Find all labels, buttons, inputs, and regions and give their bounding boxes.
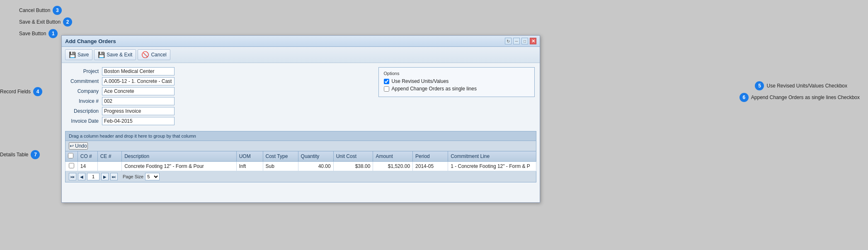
annotation-use-revised: 5 Use Revised Units/Values Checkbox bbox=[755, 81, 847, 90]
invoice-date-label: Invoice Date bbox=[67, 118, 102, 124]
dialog-titlebar: Add Change Orders ↻ ─ □ ✕ bbox=[62, 36, 540, 47]
row-quantity: 40.00 bbox=[298, 162, 333, 171]
company-label: Company bbox=[67, 88, 102, 94]
col-header-description[interactable]: Description bbox=[122, 151, 237, 162]
dialog-controls: ↻ ─ □ ✕ bbox=[505, 38, 536, 44]
row-description: Concrete Footing 12" - Form & Pour bbox=[122, 162, 237, 171]
col-header-ce[interactable]: CE # bbox=[97, 151, 122, 162]
company-input[interactable] bbox=[102, 87, 175, 95]
row-cost-type: Sub bbox=[263, 162, 298, 171]
append-row: Append Change Orders as single lines bbox=[384, 86, 530, 92]
dialog-content: Project Commitment Company Invoice # Des… bbox=[62, 63, 540, 131]
close-button[interactable]: ✕ bbox=[530, 38, 536, 44]
page-size-label: Page Size bbox=[123, 174, 143, 179]
annotation-save: Save Button 1 bbox=[19, 29, 58, 38]
row-checkbox[interactable] bbox=[69, 163, 74, 168]
invoice-label: Invoice # bbox=[67, 98, 102, 104]
cancel-button[interactable]: 🚫 Cancel bbox=[138, 49, 170, 60]
next-page-button[interactable]: ▶ bbox=[101, 173, 109, 180]
prev-page-button[interactable]: ◀ bbox=[78, 173, 85, 180]
project-label: Project bbox=[67, 68, 102, 74]
cancel-icon: 🚫 bbox=[141, 51, 149, 58]
row-uom: Inft bbox=[236, 162, 263, 171]
col-header-cost-type[interactable]: Cost Type bbox=[263, 151, 298, 162]
outer-wrapper: Cancel Button 3 Save & Exit Button 2 Sav… bbox=[0, 0, 868, 250]
annotation-append-badge: 6 bbox=[739, 93, 749, 102]
annotation-details-label: Details Table bbox=[0, 152, 28, 158]
row-period: 2014-05 bbox=[413, 162, 448, 171]
append-checkbox[interactable] bbox=[384, 86, 389, 92]
col-header-commitment-line[interactable]: Commitment Line bbox=[448, 151, 536, 162]
dialog-title: Add Change Orders bbox=[65, 38, 116, 44]
append-option-label: Append Change Orders as single lines bbox=[392, 86, 477, 92]
last-page-button[interactable]: ⏭ bbox=[110, 173, 118, 180]
col-header-period[interactable]: Period bbox=[413, 151, 448, 162]
undo-button[interactable]: ↩ Undo bbox=[69, 142, 88, 150]
undo-bar: ↩ Undo bbox=[65, 141, 536, 151]
row-commitment-line: 1 - Concrete Footing 12" - Form & P bbox=[448, 162, 536, 171]
pagination: ⏮ ◀ ▶ ⏭ Page Size 5 10 20 50 bbox=[65, 171, 536, 182]
company-row: Company bbox=[67, 87, 175, 95]
project-input[interactable] bbox=[102, 67, 175, 75]
minimize-button[interactable]: ─ bbox=[513, 38, 520, 44]
data-table: CO # CE # Description UOM Cost Type Quan… bbox=[65, 151, 536, 171]
options-section: Options Use Revised Units/Values Append … bbox=[378, 67, 535, 97]
invoice-date-input[interactable] bbox=[102, 117, 175, 125]
col-header-uom[interactable]: UOM bbox=[236, 151, 263, 162]
current-page-input[interactable] bbox=[87, 173, 99, 180]
annotation-record-label: Record Fields bbox=[0, 89, 31, 95]
table-row: 14 Concrete Footing 12" - Form & Pour In… bbox=[65, 162, 536, 171]
save-button-label: Save bbox=[78, 52, 89, 58]
description-label: Description bbox=[67, 108, 102, 114]
annotation-use-revised-badge: 5 bbox=[755, 81, 764, 90]
row-ce bbox=[97, 162, 122, 171]
options-title: Options bbox=[384, 71, 530, 76]
description-input[interactable] bbox=[102, 107, 175, 115]
invoice-row: Invoice # bbox=[67, 97, 175, 105]
form-section: Project Commitment Company Invoice # Des… bbox=[67, 67, 175, 127]
use-revised-option-label: Use Revised Units/Values bbox=[392, 78, 449, 84]
row-check-cell[interactable] bbox=[65, 162, 78, 171]
save-button[interactable]: 💾 Save bbox=[65, 49, 92, 60]
col-header-check[interactable] bbox=[65, 151, 78, 162]
invoice-input[interactable] bbox=[102, 97, 175, 105]
refresh-button[interactable]: ↻ bbox=[505, 38, 512, 44]
first-page-button[interactable]: ⏮ bbox=[69, 173, 76, 180]
grid-section: Drag a column header and drop it here to… bbox=[62, 131, 540, 186]
col-header-unit-cost[interactable]: Unit Cost bbox=[333, 151, 373, 162]
annotation-record-badge: 4 bbox=[33, 87, 42, 96]
row-co: 14 bbox=[78, 162, 97, 171]
restore-button[interactable]: □ bbox=[521, 38, 528, 44]
dialog-window: Add Change Orders ↻ ─ □ ✕ 💾 Save 💾 Save … bbox=[61, 35, 540, 203]
cancel-button-label: Cancel bbox=[151, 52, 166, 58]
annotation-record: Record Fields 4 bbox=[0, 87, 42, 96]
annotation-details: Details Table 7 bbox=[0, 150, 40, 159]
col-header-quantity[interactable]: Quantity bbox=[298, 151, 333, 162]
annotation-use-revised-label: Use Revised Units/Values Checkbox bbox=[766, 83, 847, 89]
save-exit-icon: 💾 bbox=[98, 51, 105, 58]
annotation-append: 6 Append Change Orders as single lines C… bbox=[739, 93, 860, 102]
description-row: Description bbox=[67, 107, 175, 115]
save-exit-button[interactable]: 💾 Save & Exit bbox=[94, 49, 136, 60]
col-header-co[interactable]: CO # bbox=[78, 151, 97, 162]
commitment-input[interactable] bbox=[102, 77, 175, 85]
spacer bbox=[183, 67, 329, 127]
annotation-details-badge: 7 bbox=[31, 150, 40, 159]
dialog-footer bbox=[62, 186, 540, 202]
drag-header: Drag a column header and drop it here to… bbox=[65, 131, 536, 141]
annotation-append-label: Append Change Orders as single lines Che… bbox=[751, 95, 860, 100]
commitment-row: Commitment bbox=[67, 77, 175, 85]
select-all-checkbox[interactable] bbox=[68, 153, 73, 158]
annotation-save-exit: Save & Exit Button 2 bbox=[19, 17, 72, 27]
use-revised-checkbox[interactable] bbox=[384, 79, 389, 84]
annotation-save-exit-label: Save & Exit Button bbox=[19, 19, 61, 25]
col-header-amount[interactable]: Amount bbox=[373, 151, 413, 162]
row-amount: $1,520.00 bbox=[373, 162, 413, 171]
save-icon: 💾 bbox=[69, 51, 76, 58]
save-exit-button-label: Save & Exit bbox=[107, 52, 132, 58]
undo-icon: ↩ bbox=[70, 143, 74, 149]
annotation-cancel-badge: 3 bbox=[53, 6, 62, 15]
toolbar: 💾 Save 💾 Save & Exit 🚫 Cancel bbox=[62, 47, 540, 63]
annotation-save-badge: 1 bbox=[48, 29, 58, 38]
page-size-select[interactable]: 5 10 20 50 bbox=[145, 173, 160, 180]
